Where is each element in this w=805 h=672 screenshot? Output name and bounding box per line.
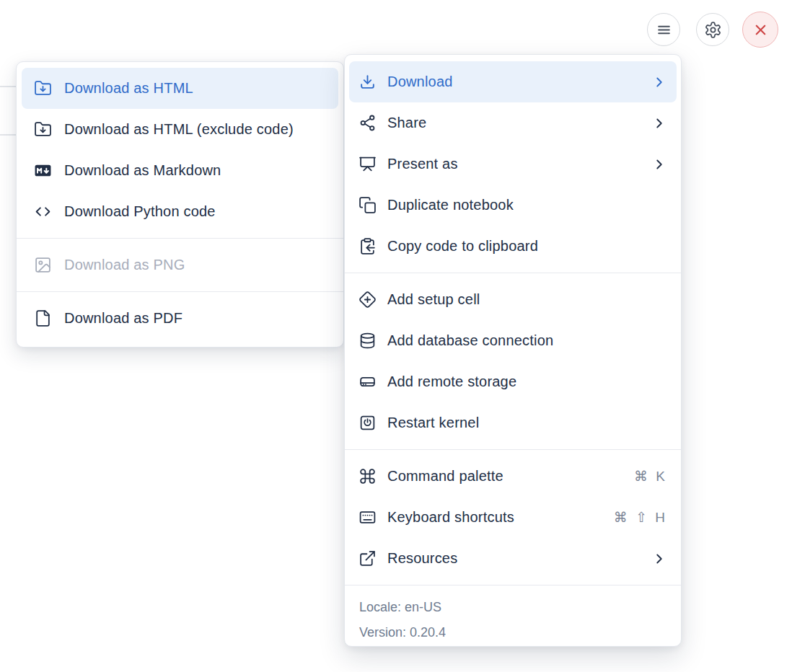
gear-icon xyxy=(704,21,722,39)
share-icon xyxy=(358,114,377,132)
database-icon xyxy=(358,332,377,350)
shortcut-hint: ⌘ K xyxy=(634,468,667,485)
download-submenu: Download as HTML Download as HTML (exclu… xyxy=(16,61,344,348)
close-x-icon xyxy=(752,21,770,39)
notebook-menu: Download Share Present as xyxy=(344,54,682,647)
notebook-menu-button[interactable] xyxy=(647,13,680,46)
menu-item-download-as-png: Download as PNG xyxy=(22,244,338,286)
menu-item-label: Add database connection xyxy=(387,332,667,349)
menu-item-label: Download as PNG xyxy=(64,257,327,273)
menu-separator xyxy=(345,449,681,450)
menu-item-add-setup-cell[interactable]: Add setup cell xyxy=(349,279,677,320)
version-text: Version: 0.20.4 xyxy=(359,620,677,645)
keyboard-icon xyxy=(358,508,377,526)
menu-item-present-as[interactable]: Present as xyxy=(349,143,677,185)
menu-item-label: Download as PDF xyxy=(64,310,327,327)
menu-item-copy-code-to-clipboard[interactable]: Copy code to clipboard xyxy=(349,226,677,267)
locale-text: Locale: en-US xyxy=(359,595,677,620)
menu-item-label: Resources xyxy=(387,550,641,567)
menu-item-label: Download as HTML (exclude code) xyxy=(64,121,327,138)
file-icon xyxy=(34,309,52,327)
image-icon xyxy=(34,256,52,274)
menu-item-resources[interactable]: Resources xyxy=(349,538,677,579)
menu-item-download-as-markdown[interactable]: Download as Markdown xyxy=(22,150,338,191)
menu-item-add-remote-storage[interactable]: Add remote storage xyxy=(349,361,677,402)
menu-item-download[interactable]: Download xyxy=(349,61,677,102)
menu-item-restart-kernel[interactable]: Restart kernel xyxy=(349,402,677,443)
folder-down-icon xyxy=(34,79,52,97)
power-square-icon xyxy=(358,414,377,432)
menu-item-label: Share xyxy=(387,115,641,131)
external-link-icon xyxy=(358,549,377,567)
menu-item-label: Add remote storage xyxy=(387,373,667,390)
shortcut-hint: ⌘ ⇧ H xyxy=(614,509,667,526)
close-button[interactable] xyxy=(742,12,778,48)
menu-item-label: Download as HTML xyxy=(64,80,327,97)
menu-item-label: Keyboard shortcuts xyxy=(387,509,603,526)
menu-footer: Locale: en-US Version: 0.20.4 xyxy=(349,591,677,645)
menu-separator xyxy=(17,238,343,239)
chevron-right-icon xyxy=(651,115,667,131)
hamburger-menu-icon xyxy=(655,21,673,39)
background-cell-border xyxy=(0,134,16,136)
markdown-icon xyxy=(34,162,52,180)
menu-item-share[interactable]: Share xyxy=(349,102,677,143)
presentation-icon xyxy=(358,155,377,173)
menu-item-label: Download Python code xyxy=(64,203,327,220)
menu-item-label: Copy code to clipboard xyxy=(387,238,667,255)
menu-separator xyxy=(345,585,681,585)
command-icon xyxy=(358,467,377,485)
menu-item-add-database-connection[interactable]: Add database connection xyxy=(349,320,677,361)
menu-item-label: Command palette xyxy=(387,468,623,485)
menu-item-label: Download xyxy=(387,74,641,90)
menu-item-download-as-pdf[interactable]: Download as PDF xyxy=(22,298,338,339)
menu-item-label: Present as xyxy=(387,156,641,172)
copy-icon xyxy=(358,196,377,214)
chevron-right-icon xyxy=(651,551,667,567)
download-icon xyxy=(358,73,377,91)
menu-separator xyxy=(345,273,681,273)
menu-item-download-as-html[interactable]: Download as HTML xyxy=(22,68,338,109)
menu-item-command-palette[interactable]: Command palette ⌘ K xyxy=(349,456,677,497)
folder-down-icon xyxy=(34,120,52,138)
background-cell-border xyxy=(0,86,16,87)
menu-item-duplicate-notebook[interactable]: Duplicate notebook xyxy=(349,185,677,226)
menu-item-download-as-html-exclude-code[interactable]: Download as HTML (exclude code) xyxy=(22,109,338,150)
menu-item-label: Download as Markdown xyxy=(64,162,327,179)
code-icon xyxy=(34,203,52,221)
menu-separator xyxy=(17,291,343,292)
settings-button[interactable] xyxy=(696,13,729,46)
menu-item-keyboard-shortcuts[interactable]: Keyboard shortcuts ⌘ ⇧ H xyxy=(349,497,677,538)
hard-drive-icon xyxy=(358,373,377,391)
clipboard-copy-icon xyxy=(358,237,377,255)
menu-item-label: Restart kernel xyxy=(387,415,667,431)
menu-item-label: Add setup cell xyxy=(387,291,667,308)
chevron-right-icon xyxy=(651,156,667,172)
menu-item-label: Duplicate notebook xyxy=(387,197,667,213)
menu-item-download-python-code[interactable]: Download Python code xyxy=(22,191,338,232)
app-canvas: Download as HTML Download as HTML (exclu… xyxy=(0,0,805,672)
chevron-right-icon xyxy=(651,74,667,90)
diamond-plus-icon xyxy=(358,291,377,309)
